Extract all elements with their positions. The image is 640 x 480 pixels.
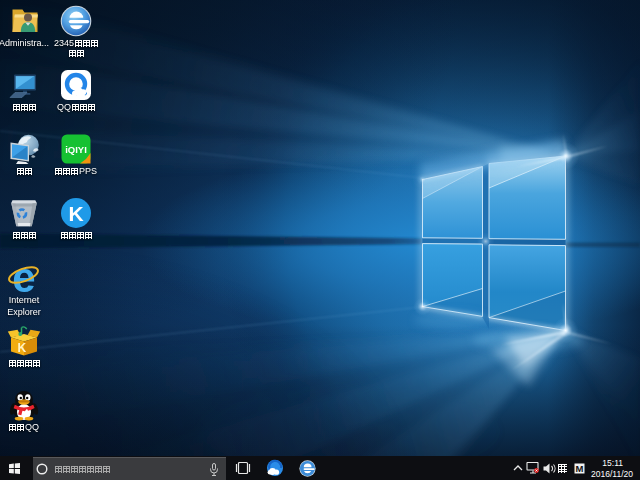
svg-text:K: K [18,341,27,355]
svg-text:iQIYI: iQIYI [65,144,87,155]
svg-text:e: e [12,257,35,295]
svg-text:K: K [68,202,83,225]
svg-text:M: M [576,463,584,474]
